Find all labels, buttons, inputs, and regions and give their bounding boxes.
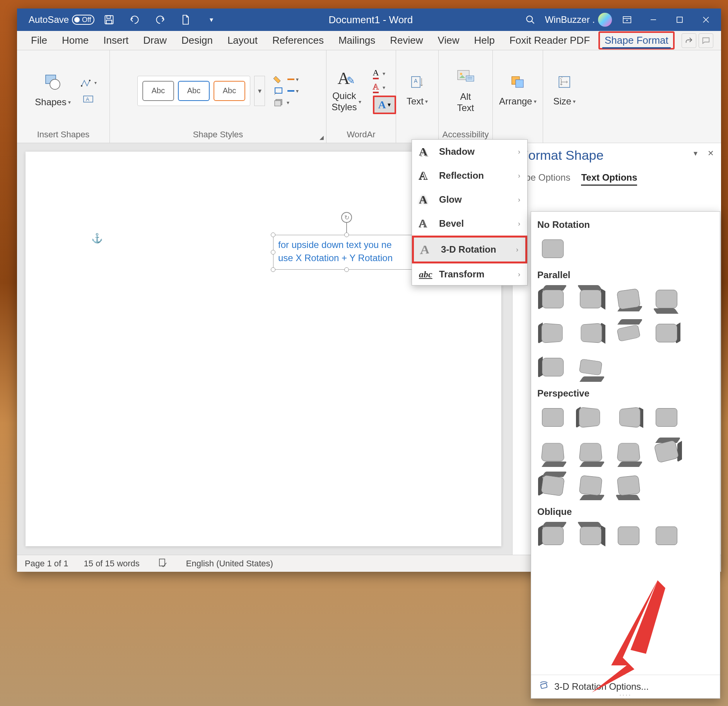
menu-3d-rotation[interactable]: A 3-D Rotation › <box>412 236 527 263</box>
rotation-preset[interactable] <box>575 354 606 381</box>
text-options-tab[interactable]: Text Options <box>581 172 637 186</box>
edit-shape-icon[interactable]: ▾ <box>80 76 97 90</box>
gallery-more-icon[interactable]: ▾ <box>254 76 265 106</box>
rotate-handle-icon[interactable]: ↻ <box>341 212 352 223</box>
toggle-switch[interactable]: Off <box>72 15 94 25</box>
shape-options-tab[interactable]: ape Options <box>520 172 570 186</box>
menu-label: 3-D Rotation <box>441 244 516 255</box>
selected-textbox[interactable]: ↻ for upside down text you ne use X Rota… <box>273 235 420 270</box>
pane-close-icon[interactable]: ✕ <box>707 149 714 158</box>
tab-view[interactable]: View <box>432 31 466 50</box>
close-icon[interactable] <box>697 13 715 27</box>
menu-reflection[interactable]: A Reflection › <box>412 164 527 188</box>
rotation-preset[interactable] <box>613 404 644 431</box>
undo-icon[interactable] <box>128 13 142 27</box>
new-doc-icon[interactable] <box>179 13 193 27</box>
language-indicator[interactable]: English (United States) <box>186 559 273 569</box>
text-box-icon[interactable]: A <box>80 92 97 106</box>
rotation-preset[interactable] <box>575 472 606 499</box>
shape-style-1[interactable]: Abc <box>142 81 174 101</box>
rotation-preset[interactable] <box>651 438 682 465</box>
rotation-preset[interactable] <box>613 523 644 550</box>
menu-glow[interactable]: A Glow › <box>412 188 527 212</box>
rotation-preset[interactable] <box>537 286 568 313</box>
shape-styles-launcher-icon[interactable]: ◢ <box>320 134 324 140</box>
customize-qat-icon[interactable]: ▾ <box>204 13 218 27</box>
resize-handle[interactable] <box>271 267 275 272</box>
spellcheck-icon[interactable] <box>155 558 171 569</box>
rotation-preset[interactable] <box>575 320 606 347</box>
alt-text-button[interactable]: Alt Text <box>451 65 481 117</box>
tab-mailings[interactable]: Mailings <box>332 31 381 50</box>
minimize-icon[interactable] <box>644 13 662 27</box>
rotation-preset[interactable] <box>537 354 568 381</box>
text-effects-button[interactable]: A▾ <box>373 96 396 114</box>
shape-style-gallery[interactable]: Abc Abc Abc <box>137 76 250 106</box>
search-icon[interactable] <box>523 13 537 27</box>
shape-style-2[interactable]: Abc <box>178 81 210 101</box>
arrange-button[interactable]: Arrange▾ <box>494 71 542 110</box>
size-button[interactable]: Size▾ <box>548 71 581 110</box>
rotation-preset[interactable] <box>613 320 644 347</box>
save-icon[interactable] <box>102 13 116 27</box>
tab-foxit[interactable]: Foxit Reader PDF <box>503 31 596 50</box>
tab-layout[interactable]: Layout <box>221 31 264 50</box>
svg-point-12 <box>50 79 60 89</box>
page-indicator[interactable]: Page 1 of 1 <box>25 559 68 569</box>
text-outline-button[interactable]: A▾ <box>373 82 396 93</box>
resize-dots[interactable]: ···· <box>531 691 720 699</box>
rotation-preset-none[interactable] <box>537 236 568 263</box>
user-account[interactable]: WinBuzzer . <box>545 13 612 27</box>
word-count[interactable]: 15 of 15 words <box>84 559 140 569</box>
menu-transform[interactable]: abc Transform › <box>412 263 527 285</box>
shapes-button[interactable]: Shapes▾ <box>29 70 76 111</box>
resize-handle[interactable] <box>344 232 349 237</box>
rotation-preset[interactable] <box>575 523 606 550</box>
tab-help[interactable]: Help <box>468 31 501 50</box>
rotation-preset[interactable] <box>575 404 606 431</box>
comments-icon[interactable] <box>699 33 713 48</box>
rotation-preset[interactable] <box>651 320 682 347</box>
rotation-preset[interactable] <box>651 404 682 431</box>
shape-fill-button[interactable]: ▾ <box>273 75 299 84</box>
rotation-preset[interactable] <box>537 320 568 347</box>
text-direction-button[interactable]: A Text▾ <box>401 71 433 110</box>
shape-style-3[interactable]: Abc <box>214 81 245 101</box>
tab-insert[interactable]: Insert <box>97 31 135 50</box>
tab-design[interactable]: Design <box>175 31 219 50</box>
ribbon-display-icon[interactable] <box>618 13 636 27</box>
menu-bevel[interactable]: A Bevel › <box>412 212 527 236</box>
resize-handle[interactable] <box>271 232 275 237</box>
maximize-icon[interactable] <box>671 13 689 27</box>
tab-home[interactable]: Home <box>56 31 95 50</box>
text-fill-button[interactable]: A▾ <box>373 68 396 79</box>
rotation-preset[interactable] <box>537 404 568 431</box>
rotation-preset[interactable] <box>613 438 644 465</box>
tab-draw[interactable]: Draw <box>137 31 173 50</box>
tab-review[interactable]: Review <box>384 31 429 50</box>
quick-styles-button[interactable]: A✎ Quick Styles▾ <box>326 65 366 116</box>
share-icon[interactable] <box>682 33 696 48</box>
tab-shape-format[interactable]: Shape Format <box>598 31 675 50</box>
rotation-preset[interactable] <box>613 286 644 313</box>
rotation-preset[interactable] <box>575 286 606 313</box>
tab-file[interactable]: File <box>25 31 53 50</box>
shape-outline-button[interactable]: ▾ <box>273 86 299 96</box>
menu-label: Transform <box>439 269 518 280</box>
rotation-preset[interactable] <box>537 438 568 465</box>
resize-handle[interactable] <box>344 267 349 272</box>
redo-icon[interactable] <box>153 13 167 27</box>
tab-references[interactable]: References <box>266 31 330 50</box>
rotation-preset[interactable] <box>537 523 568 550</box>
autosave-toggle[interactable]: AutoSave Off <box>29 14 94 25</box>
textbox-content[interactable]: for upside down text you ne use X Rotati… <box>278 238 415 264</box>
rotation-preset[interactable] <box>651 286 682 313</box>
rotation-preset[interactable] <box>575 438 606 465</box>
pane-dropdown-icon[interactable]: ▾ <box>694 149 697 158</box>
shape-effects-button[interactable]: ▾ <box>273 98 299 107</box>
menu-shadow[interactable]: A Shadow › <box>412 140 527 164</box>
rotation-preset[interactable] <box>537 472 568 499</box>
rotation-preset[interactable] <box>651 523 682 550</box>
resize-handle[interactable] <box>271 250 275 255</box>
rotation-preset[interactable] <box>613 472 644 499</box>
